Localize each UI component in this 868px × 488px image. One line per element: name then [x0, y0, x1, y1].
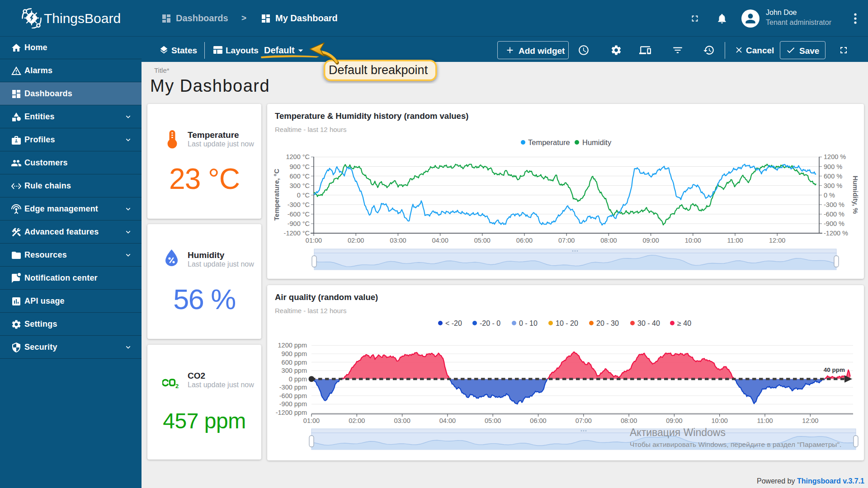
svg-text:900 ppm: 900 ppm: [282, 350, 307, 357]
svg-text:08:00: 08:00: [621, 417, 637, 424]
svg-text:-1200 %: -1200 %: [824, 230, 848, 237]
svg-text:600 °C: 600 °C: [290, 173, 310, 180]
svg-text:10 - 20: 10 - 20: [556, 319, 578, 327]
svg-text:-300 %: -300 %: [824, 201, 844, 208]
svg-text:08:00: 08:00: [600, 237, 617, 244]
svg-text:04:00: 04:00: [439, 417, 456, 424]
svg-text:600 ppm: 600 ppm: [282, 359, 307, 366]
svg-text:< -20: < -20: [445, 319, 462, 327]
svg-text:07:00: 07:00: [558, 237, 575, 244]
svg-text:40 ppm: 40 ppm: [824, 366, 845, 373]
svg-text:Default breakpoint: Default breakpoint: [329, 63, 428, 77]
svg-text:06:00: 06:00: [516, 237, 533, 244]
svg-text:06:00: 06:00: [530, 417, 546, 424]
svg-text:01:00: 01:00: [303, 417, 320, 424]
svg-text:Активация Windows: Активация Windows: [630, 427, 726, 438]
svg-text:0 - 10: 0 - 10: [519, 319, 538, 327]
svg-text:900 °C: 900 °C: [290, 163, 310, 170]
svg-text:-900 °C: -900 °C: [288, 220, 310, 227]
svg-text:10:00: 10:00: [712, 417, 728, 424]
svg-text:11:00: 11:00: [757, 417, 773, 424]
svg-text:600 %: 600 %: [824, 173, 842, 180]
svg-text:11:00: 11:00: [727, 237, 743, 244]
svg-text:Humidity: Humidity: [582, 138, 612, 146]
svg-text:1200 %: 1200 %: [824, 153, 846, 160]
svg-text:09:00: 09:00: [666, 417, 682, 424]
svg-text:0 °C: 0 °C: [297, 192, 310, 199]
svg-text:0 %: 0 %: [824, 192, 835, 199]
svg-text:-900 ppm: -900 ppm: [279, 400, 307, 408]
svg-text:30 - 40: 30 - 40: [637, 319, 660, 327]
svg-text:-1200 °C: -1200 °C: [284, 230, 310, 237]
svg-text:-600 %: -600 %: [824, 211, 844, 218]
svg-text:03:00: 03:00: [394, 417, 410, 424]
svg-text:900 %: 900 %: [824, 163, 842, 170]
svg-text:300 ppm: 300 ppm: [282, 367, 307, 374]
svg-text:≥ 40: ≥ 40: [677, 319, 691, 327]
svg-text:12:00: 12:00: [769, 237, 785, 244]
svg-text:04:00: 04:00: [432, 237, 448, 244]
svg-text:1200 ppm: 1200 ppm: [278, 342, 307, 349]
svg-text:-600 °C: -600 °C: [288, 211, 310, 218]
svg-text:07:00: 07:00: [576, 417, 592, 424]
svg-text:01:00: 01:00: [306, 237, 322, 244]
svg-text:09:00: 09:00: [642, 237, 659, 244]
svg-text:03:00: 03:00: [390, 237, 406, 244]
svg-text:02:00: 02:00: [349, 417, 365, 424]
svg-text:12:00: 12:00: [802, 417, 818, 424]
svg-text:1200 °C: 1200 °C: [286, 153, 310, 160]
svg-text:0 ppm: 0 ppm: [289, 375, 307, 383]
svg-text:-600 ppm: -600 ppm: [279, 392, 307, 399]
svg-text:05:00: 05:00: [474, 237, 491, 244]
svg-text:Чтобы активировать Windows, пе: Чтобы активировать Windows, перейдите в …: [630, 441, 841, 448]
svg-text:20 - 30: 20 - 30: [596, 319, 619, 327]
svg-text:05:00: 05:00: [485, 417, 501, 424]
svg-text:10:00: 10:00: [685, 237, 701, 244]
svg-text:300 °C: 300 °C: [290, 182, 310, 189]
svg-text:-300 °C: -300 °C: [288, 201, 310, 208]
svg-text:02:00: 02:00: [348, 237, 364, 244]
svg-text:300 %: 300 %: [824, 182, 842, 189]
svg-text:Humidity, %: Humidity, %: [852, 176, 859, 214]
svg-text:-20 - 0: -20 - 0: [480, 319, 500, 327]
svg-text:Temperature, °C: Temperature, °C: [273, 169, 280, 221]
svg-text:2: 2: [175, 383, 179, 389]
svg-text:-900 %: -900 %: [824, 220, 844, 227]
svg-text:-1200 ppm: -1200 ppm: [276, 409, 307, 416]
svg-text:Temperature: Temperature: [528, 138, 570, 146]
svg-text:-300 ppm: -300 ppm: [279, 384, 307, 391]
